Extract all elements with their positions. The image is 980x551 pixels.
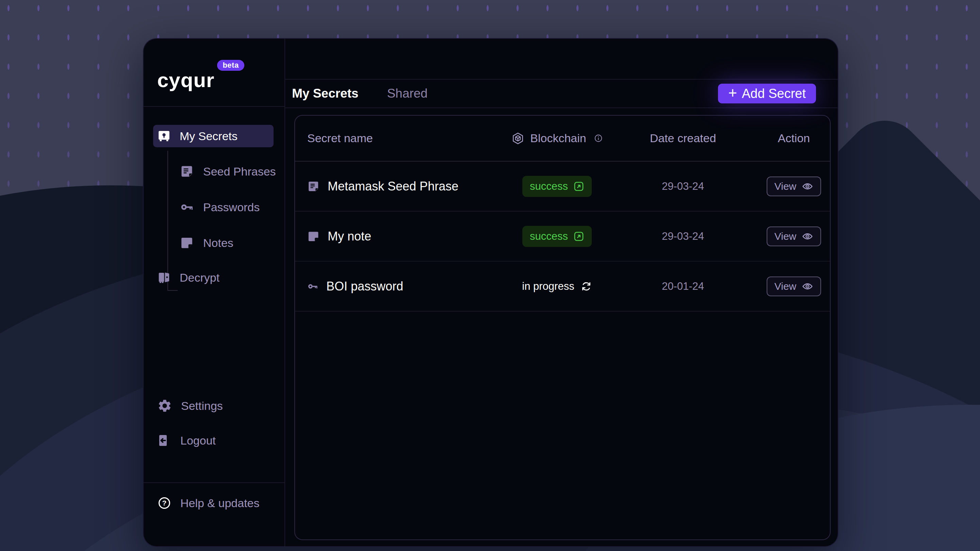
status-label: success xyxy=(530,230,568,243)
blockchain-status-cell: in progress xyxy=(506,280,608,292)
status-label: in progress xyxy=(522,280,574,292)
action-cell: View xyxy=(758,227,830,246)
eye-icon xyxy=(802,281,813,292)
tab-my-secrets[interactable]: My Secrets xyxy=(292,86,358,101)
gear-icon xyxy=(157,398,172,413)
sidebar-item-label: Settings xyxy=(181,399,223,413)
column-header-secret-name: Secret name xyxy=(295,132,506,145)
secret-name: BOI password xyxy=(326,279,403,294)
status-badge-success[interactable]: success xyxy=(522,176,592,197)
sidebar-item-label: Help & updates xyxy=(180,497,259,510)
view-button[interactable]: View xyxy=(767,276,821,296)
secret-name-cell: BOI password xyxy=(295,279,506,294)
key-icon xyxy=(307,281,318,292)
svg-text:?: ? xyxy=(162,499,167,507)
sidebar-footer: Settings Logout xyxy=(143,395,285,464)
beta-badge: beta xyxy=(217,60,244,71)
external-link-icon xyxy=(573,181,584,192)
eye-icon xyxy=(802,230,813,242)
note-icon xyxy=(307,230,320,243)
blockchain-status-cell: success xyxy=(506,226,608,247)
sidebar-nav: My Secrets Seed Phrases xyxy=(143,125,285,289)
action-cell: View xyxy=(758,176,830,196)
plus-icon: + xyxy=(728,86,737,100)
sync-icon xyxy=(581,281,592,292)
table-row: BOI password in progress xyxy=(295,262,830,311)
secret-name: Metamask Seed Phrase xyxy=(328,179,458,194)
key-icon xyxy=(180,200,194,214)
column-header-label: Blockchain xyxy=(530,132,586,145)
sidebar-item-decrypt[interactable]: Decrypt xyxy=(153,266,276,289)
tab-shared[interactable]: Shared xyxy=(387,86,427,101)
sidebar-item-label: Logout xyxy=(180,434,216,447)
view-label: View xyxy=(775,181,796,192)
sidebar-header: cyqurbeta xyxy=(143,39,285,107)
view-label: View xyxy=(775,230,796,242)
sidebar-item-label: Seed Phrases xyxy=(203,165,276,178)
secret-name-cell: Metamask Seed Phrase xyxy=(295,179,506,194)
status-in-progress: in progress xyxy=(522,280,592,292)
view-label: View xyxy=(775,281,796,292)
sidebar-item-my-secrets[interactable]: My Secrets xyxy=(153,125,274,147)
column-header-action: Action xyxy=(758,132,830,145)
external-link-icon xyxy=(573,231,584,242)
main-header-space xyxy=(285,39,838,79)
sidebar-item-logout[interactable]: Logout xyxy=(153,429,276,452)
table-row: Metamask Seed Phrase success 29 xyxy=(295,162,830,211)
vault-icon xyxy=(157,129,171,143)
tree-connector xyxy=(167,151,168,290)
logo-text: cyqur xyxy=(157,69,215,92)
main-area: My Secrets Shared + Add Secret Secret na… xyxy=(285,39,838,546)
desktop-background: cyqurbeta My Secrets xyxy=(0,0,980,551)
sidebar-item-notes[interactable]: Notes xyxy=(180,230,276,255)
sidebar-item-seed-phrases[interactable]: Seed Phrases xyxy=(180,159,276,184)
sidebar-item-passwords[interactable]: Passwords xyxy=(180,195,276,219)
add-secret-label: Add Secret xyxy=(742,86,806,101)
date-created: 29-03-24 xyxy=(608,180,758,192)
tab-bar: My Secrets Shared + Add Secret xyxy=(285,79,838,108)
status-badge-success[interactable]: success xyxy=(522,226,592,247)
help-icon: ? xyxy=(157,496,172,510)
sidebar-item-label: Notes xyxy=(203,237,234,250)
app-logo: cyqurbeta xyxy=(157,70,244,91)
open-safe-icon xyxy=(157,271,171,284)
sidebar-item-label: Decrypt xyxy=(180,271,220,284)
action-cell: View xyxy=(758,276,830,296)
sidebar: cyqurbeta My Secrets xyxy=(143,39,285,546)
info-icon[interactable] xyxy=(594,134,603,143)
sidebar-item-settings[interactable]: Settings xyxy=(153,395,276,417)
seed-phrase-icon xyxy=(307,180,320,192)
add-secret-button[interactable]: + Add Secret xyxy=(718,84,816,103)
view-button[interactable]: View xyxy=(767,176,821,196)
sidebar-item-help[interactable]: ? Help & updates xyxy=(157,492,285,514)
sidebar-spacer xyxy=(143,289,285,395)
secrets-table-card: Secret name Blockchain xyxy=(294,115,830,540)
note-icon xyxy=(180,236,194,250)
app-window: cyqurbeta My Secrets xyxy=(143,38,838,547)
table-row: My note success 29-03-24 xyxy=(295,211,830,262)
secret-name-cell: My note xyxy=(295,229,506,243)
eye-icon xyxy=(802,181,813,192)
sidebar-item-label: My Secrets xyxy=(180,130,237,143)
column-header-date-created: Date created xyxy=(608,132,758,145)
blockchain-cube-icon xyxy=(511,132,525,145)
date-created: 29-03-24 xyxy=(608,230,758,243)
table-header: Secret name Blockchain xyxy=(295,116,830,162)
seed-phrase-icon xyxy=(180,165,194,178)
date-created: 20-01-24 xyxy=(608,280,758,292)
logout-icon xyxy=(157,433,172,448)
view-button[interactable]: View xyxy=(767,227,821,246)
sidebar-item-label: Passwords xyxy=(203,201,259,214)
blockchain-status-cell: success xyxy=(506,176,608,197)
status-label: success xyxy=(530,180,568,192)
sidebar-sublist: Seed Phrases Passwords xyxy=(143,159,285,255)
column-header-blockchain: Blockchain xyxy=(506,132,608,145)
content-area: Secret name Blockchain xyxy=(285,108,838,546)
tree-connector xyxy=(167,290,178,291)
sidebar-help-section: ? Help & updates xyxy=(143,482,285,546)
secret-name: My note xyxy=(328,229,371,243)
